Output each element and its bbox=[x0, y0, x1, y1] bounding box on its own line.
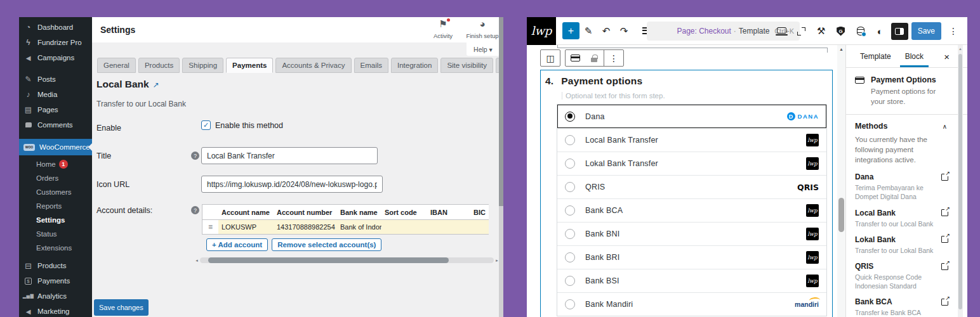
enable-checkbox[interactable]: ✓ bbox=[201, 120, 211, 130]
back-link-icon[interactable]: ↗ bbox=[153, 81, 159, 89]
scroll-up-icon[interactable]: ▲ bbox=[958, 45, 963, 51]
admin-submenu-item[interactable]: Status bbox=[19, 227, 92, 241]
radio-button[interactable] bbox=[565, 229, 575, 239]
preview-device-icon[interactable] bbox=[773, 22, 791, 40]
external-link-icon[interactable] bbox=[941, 263, 948, 270]
admin-menu-item[interactable]: Payments bbox=[19, 273, 92, 288]
payment-option[interactable]: Bank BRI bbox=[557, 245, 826, 269]
icon-url-input[interactable] bbox=[201, 176, 383, 193]
settings-tab[interactable]: Site visibility bbox=[440, 58, 493, 73]
lock-icon[interactable] bbox=[585, 50, 604, 66]
iban-cell[interactable] bbox=[427, 220, 470, 234]
scrollbar-thumb[interactable] bbox=[208, 257, 449, 263]
payment-option[interactable]: QRIS bbox=[557, 175, 826, 198]
radio-button[interactable] bbox=[565, 276, 575, 286]
chevron-up-icon[interactable]: ∧ bbox=[943, 123, 947, 130]
drag-handle-icon[interactable]: ≡ bbox=[202, 220, 218, 234]
sort-code-cell[interactable] bbox=[381, 220, 427, 234]
scroll-left-icon[interactable]: ◄ bbox=[194, 259, 200, 262]
database-icon[interactable] bbox=[852, 22, 870, 40]
tab-template[interactable]: Template bbox=[855, 45, 896, 67]
bic-cell[interactable] bbox=[470, 220, 489, 234]
admin-submenu-item[interactable]: Reports bbox=[19, 199, 92, 213]
block-options-icon[interactable]: ⋮ bbox=[604, 50, 623, 66]
external-link-icon[interactable] bbox=[941, 174, 948, 181]
scrollbar-thumb[interactable] bbox=[838, 198, 844, 232]
edit-mode-icon[interactable]: ✎ bbox=[579, 22, 597, 40]
options-menu-icon[interactable]: ⋮ bbox=[944, 22, 962, 40]
admin-submenu-item[interactable]: Settings bbox=[19, 213, 92, 227]
admin-submenu-item[interactable]: Extensions bbox=[19, 241, 92, 255]
external-link-icon[interactable] bbox=[941, 209, 948, 216]
admin-menu-item[interactable]: Analytics bbox=[19, 288, 92, 304]
admin-submenu-item[interactable]: Home1 bbox=[19, 157, 92, 171]
settings-tab[interactable]: General bbox=[97, 58, 136, 73]
undo-icon[interactable]: ↶ bbox=[597, 22, 615, 40]
vertical-scrollbar[interactable] bbox=[499, 17, 503, 317]
radio-button[interactable] bbox=[565, 135, 575, 145]
horizontal-scrollbar[interactable]: ◄ ► bbox=[194, 257, 500, 264]
admin-menu-item[interactable]: Media bbox=[19, 87, 92, 102]
settings-tab[interactable]: Shipping bbox=[182, 58, 223, 73]
settings-panel-toggle[interactable] bbox=[891, 23, 908, 40]
close-icon[interactable]: × bbox=[944, 45, 950, 68]
admin-submenu-item[interactable]: Customers bbox=[19, 185, 92, 199]
payment-option[interactable]: Bank BCA bbox=[557, 198, 826, 222]
radio-button[interactable] bbox=[565, 252, 575, 262]
contrast-icon[interactable]: ◐ bbox=[871, 22, 889, 40]
account-name-cell[interactable]: LOKUSWP bbox=[218, 220, 274, 234]
activity-button[interactable]: ⚑ Activity bbox=[425, 19, 461, 41]
fullscreen-icon[interactable] bbox=[793, 22, 811, 40]
radio-button[interactable] bbox=[565, 182, 575, 192]
shield-plugin-icon[interactable] bbox=[832, 22, 850, 40]
help-icon[interactable]: ? bbox=[191, 206, 199, 214]
settings-tab[interactable]: Accounts & Privacy bbox=[275, 58, 351, 73]
redo-icon[interactable]: ↷ bbox=[615, 22, 633, 40]
admin-submenu-item[interactable]: Orders bbox=[19, 171, 92, 185]
scrollbar-thumb[interactable] bbox=[958, 54, 962, 309]
canvas-scrollbar[interactable]: ▲ bbox=[837, 45, 845, 317]
radio-button[interactable] bbox=[565, 205, 575, 216]
radio-button[interactable] bbox=[565, 158, 575, 169]
finish-setup-button[interactable]: ◕ Finish setup bbox=[464, 19, 501, 41]
scroll-up-icon[interactable]: ▲ bbox=[837, 45, 845, 51]
admin-menu-item[interactable]: Comments bbox=[19, 117, 92, 133]
tab-block[interactable]: Block bbox=[900, 45, 929, 67]
sidebar-scrollbar[interactable]: ▲ bbox=[958, 45, 963, 317]
add-account-button[interactable]: + Add account bbox=[206, 238, 268, 251]
title-input[interactable] bbox=[201, 147, 378, 164]
admin-menu-item[interactable]: Dashboard bbox=[19, 20, 92, 35]
payment-option[interactable]: Bank BNI bbox=[557, 222, 826, 245]
external-link-icon[interactable] bbox=[941, 299, 948, 306]
admin-menu-item[interactable]: Posts bbox=[19, 72, 92, 87]
settings-tab[interactable]: Integration bbox=[391, 58, 438, 73]
radio-button[interactable] bbox=[565, 299, 575, 309]
save-changes-button[interactable]: Save changes bbox=[94, 299, 149, 316]
settings-tab[interactable]: Products bbox=[138, 58, 180, 73]
settings-tab[interactable]: Emails bbox=[354, 58, 389, 73]
admin-menu-item[interactable]: Products bbox=[19, 258, 92, 273]
payment-option[interactable]: Local Bank Transfer bbox=[557, 128, 826, 152]
help-icon[interactable]: ? bbox=[191, 152, 199, 160]
admin-menu-item[interactable]: Campaigns bbox=[19, 50, 92, 65]
tools-icon[interactable]: ⚒ bbox=[812, 22, 830, 40]
payment-block-icon[interactable] bbox=[566, 50, 585, 66]
admin-menu-item[interactable]: Pages bbox=[19, 102, 92, 117]
account-number-cell[interactable]: 143170888982254 bbox=[274, 220, 337, 234]
parent-block-icon[interactable]: ◫ bbox=[541, 50, 560, 66]
block-inserter-button[interactable]: + bbox=[562, 22, 579, 39]
external-link-icon[interactable] bbox=[941, 236, 948, 243]
payment-option[interactable]: Lokal Bank Transfer bbox=[557, 152, 826, 175]
bank-name-cell[interactable]: Bank of Indon bbox=[337, 220, 381, 234]
payment-options-block[interactable]: 4. Payment options Optional text for thi… bbox=[540, 70, 833, 317]
scrollbar-thumb[interactable] bbox=[499, 17, 503, 206]
payment-option[interactable]: Dana bbox=[557, 105, 826, 128]
save-button[interactable]: Save bbox=[911, 22, 941, 40]
sidebar-item-woocommerce[interactable]: WOO WooCommerce bbox=[19, 139, 92, 155]
radio-button[interactable] bbox=[565, 112, 575, 122]
help-button[interactable]: Help ▾ bbox=[467, 42, 500, 56]
remove-accounts-button[interactable]: Remove selected account(s) bbox=[272, 238, 381, 251]
settings-tab[interactable]: Payments bbox=[226, 58, 273, 73]
methods-panel-header[interactable]: Methods ∧ bbox=[846, 115, 967, 134]
payment-option[interactable]: Bank BSI bbox=[557, 269, 826, 292]
